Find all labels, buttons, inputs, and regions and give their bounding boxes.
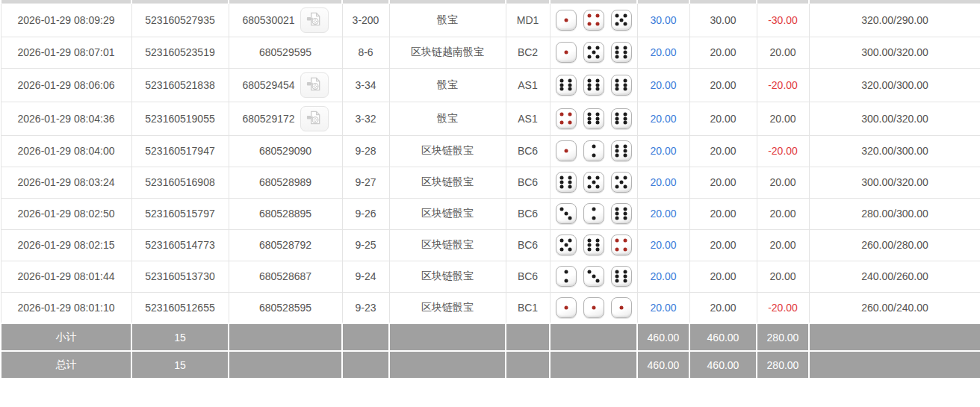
video-replay-button[interactable] [300, 72, 329, 98]
table-code-cell: BC6 [506, 167, 550, 198]
balance-cell: 260.00/280.00 [809, 229, 980, 261]
game-name-cell: 区块链骰宝 [389, 229, 506, 261]
period-cell: 9-27 [342, 167, 389, 198]
table-row: 2026-01-29 08:02:50 523160515797 6805288… [1, 198, 980, 229]
profit-cell: 20.00 [757, 37, 809, 68]
table-row: 2026-01-29 08:03:24 523160516908 6805289… [1, 167, 980, 198]
die-icon [611, 234, 632, 255]
bet-amount-link[interactable]: 20.00 [650, 46, 676, 58]
total-count: 15 [131, 351, 229, 379]
bet-amount-link[interactable]: 20.00 [650, 270, 676, 282]
serial-number-cell: 523160515797 [131, 198, 229, 229]
die-icon [556, 203, 577, 224]
bet-amount-cell: 20.00 [637, 167, 689, 198]
game-name-cell: 骰宝 [389, 3, 506, 37]
valid-amount-cell: 20.00 [689, 229, 757, 261]
balance-cell: 260.00/240.00 [809, 292, 980, 323]
round-number: 680530021 [242, 14, 294, 26]
video-replay-button[interactable] [300, 106, 329, 131]
round-number: 680529454 [242, 79, 294, 91]
bet-time-cell: 2026-01-29 08:04:36 [1, 102, 131, 135]
bet-amount-cell: 20.00 [637, 102, 689, 135]
bet-amount-link[interactable]: 20.00 [650, 176, 676, 188]
round-number-cell: 680528595 [229, 292, 342, 323]
profit-cell: 20.00 [757, 229, 809, 261]
bet-time-cell: 2026-01-29 08:01:10 [1, 292, 131, 323]
bet-amount-link[interactable]: 20.00 [650, 79, 676, 91]
die-icon [556, 266, 577, 287]
bet-time-cell: 2026-01-29 08:09:29 [1, 3, 131, 37]
subtotal-profit: 280.00 [757, 323, 809, 351]
round-number-cell: 680528895 [229, 198, 342, 229]
valid-amount-cell: 20.00 [689, 261, 757, 292]
bet-history-table: 2026-01-29 08:09:29 523160527935 6805300… [0, 0, 980, 379]
table-row: 2026-01-29 08:01:44 523160513730 6805286… [1, 261, 980, 292]
table-code-cell: AS1 [506, 102, 550, 135]
balance-cell: 300.00/320.00 [809, 167, 980, 198]
bet-amount-cell: 20.00 [637, 261, 689, 292]
game-name-cell: 区块链骰宝 [389, 198, 506, 229]
bet-time-cell: 2026-01-29 08:02:50 [1, 198, 131, 229]
round-number-cell: 680530021 [229, 3, 342, 37]
serial-number-cell: 523160519055 [131, 102, 229, 135]
profit-cell: 20.00 [757, 198, 809, 229]
bet-amount-link[interactable]: 30.00 [650, 14, 676, 26]
bet-amount-link[interactable]: 20.00 [650, 302, 676, 314]
balance-cell: 320.00/290.00 [809, 3, 980, 37]
period-cell: 9-26 [342, 198, 389, 229]
valid-amount-cell: 20.00 [689, 135, 757, 167]
bet-amount-link[interactable]: 20.00 [650, 239, 676, 251]
die-icon [611, 10, 632, 31]
subtotal-label: 小计 [1, 323, 131, 351]
video-replay-button[interactable] [300, 7, 329, 33]
table-row: 2026-01-29 08:09:29 523160527935 6805300… [1, 3, 980, 37]
dice-result-cell [550, 135, 637, 167]
die-icon [583, 75, 604, 96]
table-code-cell: AS1 [506, 68, 550, 102]
bottom-spacer [0, 379, 980, 390]
die-icon [583, 10, 604, 31]
period-cell: 9-23 [342, 292, 389, 323]
period-cell: 3-32 [342, 102, 389, 135]
period-cell: 8-6 [342, 37, 389, 68]
table-code-cell: BC6 [506, 135, 550, 167]
balance-cell: 280.00/300.00 [809, 198, 980, 229]
bet-time-cell: 2026-01-29 08:01:44 [1, 261, 131, 292]
serial-number-cell: 523160516908 [131, 167, 229, 198]
balance-cell: 300.00/320.00 [809, 37, 980, 68]
round-number: 680528895 [259, 208, 311, 220]
total-profit: 280.00 [757, 351, 809, 379]
game-name-cell: 区块链骰宝 [389, 135, 506, 167]
valid-amount-cell: 20.00 [689, 198, 757, 229]
bet-amount-link[interactable]: 20.00 [650, 113, 676, 125]
table-code-cell: BC6 [506, 198, 550, 229]
die-icon [556, 10, 577, 31]
subtotal-bet: 460.00 [637, 323, 689, 351]
balance-cell: 240.00/260.00 [809, 261, 980, 292]
dice-result-cell [550, 102, 637, 135]
profit-cell: 20.00 [757, 167, 809, 198]
video-file-icon [306, 109, 323, 128]
bet-amount-cell: 30.00 [637, 3, 689, 37]
game-name-cell: 骰宝 [389, 68, 506, 102]
table-row: 2026-01-29 08:04:00 523160517947 6805290… [1, 135, 980, 167]
bet-amount-link[interactable]: 20.00 [650, 208, 676, 220]
round-number-cell: 680529172 [229, 102, 342, 135]
die-icon [556, 297, 577, 318]
period-cell: 9-25 [342, 229, 389, 261]
profit-cell: 20.00 [757, 102, 809, 135]
bet-amount-link[interactable]: 20.00 [650, 145, 676, 157]
profit-cell: -20.00 [757, 292, 809, 323]
video-file-icon [306, 75, 323, 95]
subtotal-valid: 460.00 [689, 323, 757, 351]
balance-cell: 320.00/300.00 [809, 68, 980, 102]
bet-amount-cell: 20.00 [637, 292, 689, 323]
serial-number-cell: 523160521838 [131, 68, 229, 102]
period-cell: 3-200 [342, 3, 389, 37]
die-icon [583, 108, 604, 129]
subtotal-row: 小计 15 460.00 460.00 280.00 [1, 323, 980, 351]
dice-result-cell [550, 292, 637, 323]
serial-number-cell: 523160527935 [131, 3, 229, 37]
round-number: 680528792 [259, 239, 311, 251]
table-code-cell: MD1 [506, 3, 550, 37]
